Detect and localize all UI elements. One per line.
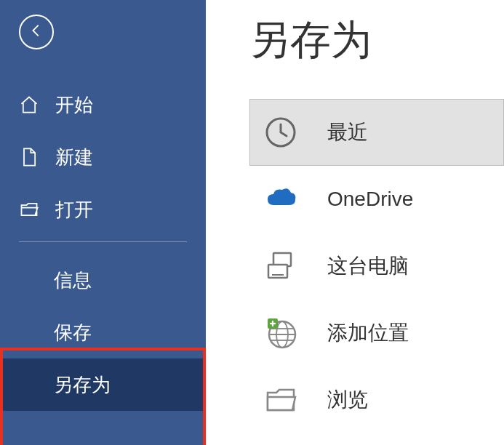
location-this-pc[interactable]: 这台电脑: [249, 233, 504, 300]
main-panel: 另存为 最近 OneDrive 这台电脑: [206, 0, 504, 445]
sidebar-item-info[interactable]: 信息: [0, 254, 206, 306]
folder-open-icon: [19, 199, 39, 220]
location-browse[interactable]: 浏览: [249, 366, 504, 433]
location-recent[interactable]: 最近: [249, 99, 504, 166]
location-add-place[interactable]: 添加位置: [249, 300, 504, 366]
location-label: 添加位置: [327, 319, 409, 347]
sidebar-item-label: 信息: [54, 268, 92, 293]
file-icon: [19, 147, 39, 167]
onedrive-icon: [263, 182, 298, 217]
sidebar-item-label: 打开: [55, 197, 93, 222]
sidebar-item-new[interactable]: 新建: [0, 131, 206, 183]
sidebar-item-save-as[interactable]: 另存为: [0, 358, 206, 411]
sidebar-item-label: 另存为: [54, 372, 111, 398]
sidebar-item-save[interactable]: 保存: [0, 306, 206, 358]
sidebar-item-label: 新建: [55, 145, 93, 170]
arrow-left-icon: [28, 23, 44, 41]
sidebar-item-label: 开始: [55, 92, 93, 118]
sidebar-item-home[interactable]: 开始: [0, 79, 206, 131]
clock-icon: [263, 115, 298, 150]
sidebar-divider: [19, 241, 187, 242]
location-label: OneDrive: [327, 188, 413, 211]
location-label: 浏览: [327, 386, 368, 414]
home-icon: [19, 95, 39, 115]
location-label: 最近: [327, 119, 368, 146]
location-label: 这台电脑: [327, 252, 409, 280]
folder-icon: [263, 382, 298, 417]
pc-icon: [263, 249, 298, 284]
sidebar-item-open[interactable]: 打开: [0, 183, 206, 236]
svg-rect-2: [268, 265, 287, 278]
page-title: 另存为: [249, 13, 504, 68]
location-onedrive[interactable]: OneDrive: [249, 166, 504, 233]
sidebar: 开始 新建 打开 信息 保存 另存为: [0, 0, 206, 445]
add-place-icon: [263, 316, 298, 350]
back-button[interactable]: [19, 15, 54, 49]
sidebar-item-label: 保存: [54, 320, 92, 345]
